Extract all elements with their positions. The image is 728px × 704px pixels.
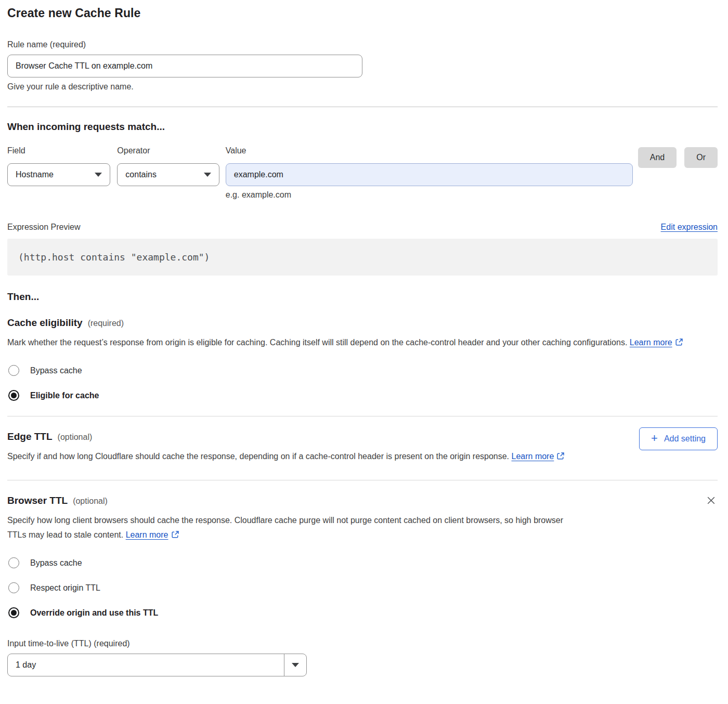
value-help: e.g. example.com: [226, 190, 633, 200]
option-override-origin-ttl[interactable]: Override origin and use this TTL: [7, 607, 718, 618]
field-select-value: Hostname: [16, 170, 54, 179]
browser-ttl-description-text: Specify how long client browsers should …: [7, 516, 563, 539]
expression-preview-label: Expression Preview: [7, 223, 81, 232]
then-heading: Then...: [7, 291, 718, 303]
operator-label: Operator: [117, 146, 219, 155]
edit-expression-link[interactable]: Edit expression: [661, 223, 718, 232]
value-input[interactable]: [226, 163, 633, 186]
chevron-down-icon: [95, 173, 102, 177]
browser-ttl-options: Bypass cache Respect origin TTL Override…: [7, 557, 718, 618]
browser-ttl-description: Specify how long client browsers should …: [7, 513, 574, 543]
optional-badge: (optional): [58, 433, 93, 442]
cache-eligibility-options: Bypass cache Eligible for cache: [7, 365, 718, 401]
and-button[interactable]: And: [638, 147, 677, 168]
cache-eligibility-header: Cache eligibility (required): [7, 317, 718, 329]
option-label: Bypass cache: [30, 558, 82, 568]
add-setting-button[interactable]: + Add setting: [639, 427, 718, 450]
radio-button[interactable]: [8, 607, 19, 618]
external-link-icon: [556, 450, 565, 465]
operator-select-value: contains: [125, 170, 157, 179]
or-button[interactable]: Or: [684, 147, 718, 168]
external-link-icon: [171, 529, 179, 543]
cache-eligibility-description-text: Mark whether the request’s response from…: [7, 338, 627, 347]
radio-button[interactable]: [8, 582, 19, 593]
remove-browser-ttl-button[interactable]: [705, 494, 718, 507]
ttl-select-value: 1 day: [8, 654, 284, 676]
radio-button[interactable]: [8, 365, 19, 376]
radio-button[interactable]: [8, 390, 19, 401]
match-heading: When incoming requests match...: [7, 121, 718, 133]
ttl-select-arrow-zone[interactable]: [284, 654, 306, 676]
edge-ttl-description: Specify if and how long Cloudflare shoul…: [7, 449, 565, 465]
edge-ttl-title: Edge TTL: [7, 431, 53, 442]
expression-code: (http.host contains "example.com"): [7, 239, 718, 276]
edge-ttl-section: Edge TTL (optional) Specify if and how l…: [7, 416, 718, 465]
value-label: Value: [226, 146, 633, 155]
create-cache-rule-form: Create new Cache Rule Rule name (require…: [0, 0, 728, 687]
ttl-input-label: Input time-to-live (TTL) (required): [7, 639, 718, 648]
rule-name-label: Rule name (required): [7, 40, 718, 49]
optional-badge: (optional): [73, 497, 108, 506]
edge-ttl-description-text: Specify if and how long Cloudflare shoul…: [7, 452, 509, 461]
learn-more-link[interactable]: Learn more: [630, 338, 672, 347]
learn-more-link[interactable]: Learn more: [512, 452, 554, 461]
browser-ttl-header: Browser TTL (optional): [7, 495, 574, 506]
field-select[interactable]: Hostname: [7, 163, 110, 186]
section-divider: [7, 107, 718, 107]
expression-preview-row: Expression Preview Edit expression: [7, 223, 718, 232]
close-icon: [706, 500, 717, 507]
option-bypass-cache[interactable]: Bypass cache: [7, 557, 718, 568]
rule-name-input[interactable]: [7, 55, 362, 77]
option-eligible-for-cache[interactable]: Eligible for cache: [7, 390, 718, 401]
browser-ttl-section: Browser TTL (optional) Specify how long …: [7, 480, 718, 543]
option-bypass-cache[interactable]: Bypass cache: [7, 365, 718, 376]
external-link-icon: [675, 336, 683, 351]
operator-select[interactable]: contains: [117, 163, 219, 186]
browser-ttl-title: Browser TTL: [7, 495, 68, 506]
learn-more-link[interactable]: Learn more: [126, 530, 168, 539]
cache-eligibility-title: Cache eligibility: [7, 317, 83, 329]
match-condition-row: Field Hostname Operator contains Value e…: [7, 146, 718, 200]
field-label: Field: [7, 146, 110, 155]
page-title: Create new Cache Rule: [7, 6, 718, 20]
edge-ttl-header: Edge TTL (optional): [7, 431, 565, 442]
radio-button[interactable]: [8, 557, 19, 568]
chevron-down-icon: [292, 663, 299, 667]
plus-icon: +: [651, 433, 658, 444]
option-label: Eligible for cache: [30, 391, 99, 400]
option-label: Override origin and use this TTL: [30, 608, 158, 618]
option-label: Respect origin TTL: [30, 583, 100, 593]
add-setting-label: Add setting: [664, 434, 706, 444]
option-respect-origin-ttl[interactable]: Respect origin TTL: [7, 582, 718, 593]
required-badge: (required): [88, 319, 124, 328]
ttl-select[interactable]: 1 day: [7, 654, 307, 676]
rule-name-help: Give your rule a descriptive name.: [7, 82, 718, 92]
cache-eligibility-description: Mark whether the request’s response from…: [7, 335, 707, 351]
option-label: Bypass cache: [30, 366, 82, 375]
chevron-down-icon: [204, 173, 211, 177]
